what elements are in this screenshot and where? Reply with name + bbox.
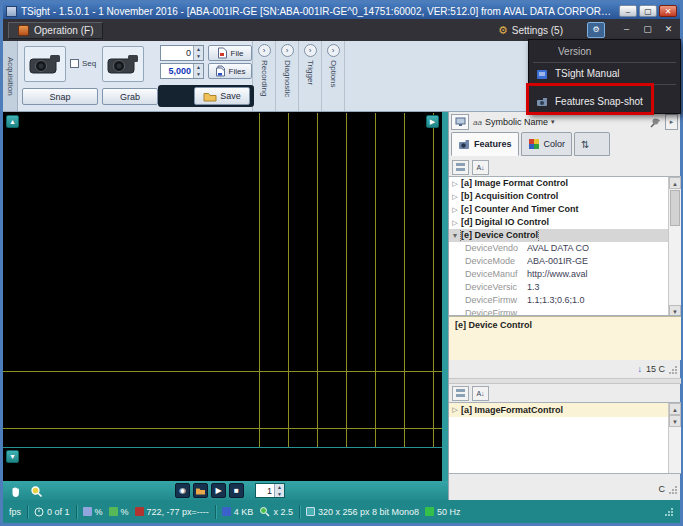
spin-up-icon[interactable]: ▲ [194, 46, 203, 53]
expand-icon[interactable]: › [281, 44, 294, 57]
tree-row[interactable]: ▷[a] ImageFormatControl [449, 403, 668, 417]
grab-button[interactable]: Grab [102, 88, 158, 105]
expand-icon[interactable]: › [327, 44, 340, 57]
child-minimize-button[interactable]: – [619, 23, 634, 37]
spin-down-icon[interactable]: ▼ [275, 491, 284, 498]
grid-line [346, 113, 347, 447]
group-diagnostic[interactable]: › Diagnostic [276, 41, 299, 111]
child-close-button[interactable]: ✕ [661, 23, 676, 37]
play-button[interactable]: ▶ [211, 483, 226, 498]
image-viewport [3, 112, 442, 481]
naming-mode-dropdown[interactable]: aa Symbolic Name ▾ [473, 117, 644, 127]
tab-features[interactable]: Features [451, 132, 519, 156]
property-row[interactable]: DeviceManufhttp://www.aval [449, 268, 668, 281]
menu-settings[interactable]: ⚙ Settings (5) [498, 25, 563, 36]
chevron-right-icon[interactable]: ▷ [449, 203, 461, 216]
panel-overflow-button[interactable]: ▸ [665, 114, 678, 130]
child-restore-button[interactable]: ▢ [640, 23, 655, 37]
grid-line [317, 113, 318, 447]
property-row[interactable]: DeviceVendoAVAL DATA CO [449, 242, 668, 255]
property-row[interactable]: DeviceFirmw [449, 307, 668, 316]
capture-button[interactable]: ◉ [175, 483, 190, 498]
categorized-view-button[interactable] [452, 160, 469, 175]
annotation-highlight-box [526, 83, 654, 115]
menu-item-version[interactable]: Version [529, 43, 680, 60]
frequency-icon [425, 507, 434, 516]
menu-item-tsight-manual[interactable]: TSight Manual [529, 65, 680, 82]
spin-up-icon[interactable]: ▲ [194, 64, 203, 71]
features-panel: aa Symbolic Name ▾ ▸ Features Color ⇅ [448, 112, 680, 500]
tree-row[interactable]: ▷[a] Image Format Control [449, 177, 668, 190]
spin-up-icon[interactable]: ▲ [275, 484, 284, 491]
tab-io[interactable]: ⇅ [574, 132, 610, 156]
chevron-right-icon[interactable]: ▷ [449, 177, 461, 190]
display-mode-button[interactable] [451, 114, 469, 130]
grid-line [288, 113, 289, 447]
scroll-up-icon[interactable]: ▲ [669, 403, 681, 415]
grid-line [433, 113, 434, 447]
group-trigger[interactable]: › Trigger [299, 41, 322, 111]
settings-menu-anchor-button[interactable]: ⚙ [587, 22, 605, 38]
stop-button[interactable]: ■ [229, 483, 244, 498]
save-button[interactable]: Save [194, 87, 250, 105]
chevron-right-icon[interactable]: ▷ [449, 403, 461, 417]
seq-checkbox[interactable]: Seq [70, 59, 96, 68]
property-row[interactable]: DeviceVersic1.3 [449, 281, 668, 294]
tab-acquisition[interactable]: Acquisition [3, 41, 18, 111]
files-button[interactable]: Files [208, 63, 252, 79]
close-button[interactable]: ✕ [659, 5, 677, 17]
tree-row[interactable]: ▷[c] Counter And Timer Cont [449, 203, 668, 216]
spin-down-icon[interactable]: ▼ [194, 71, 203, 78]
alphabetical-sort-button[interactable]: A↓ [472, 160, 489, 175]
diagnostic-label: Diagnostic [283, 60, 292, 97]
window-resize-grip[interactable] [663, 506, 674, 517]
property-row[interactable]: DeviceFirmw1.1;1.3;0.6;1.0 [449, 294, 668, 307]
resize-grip-icon[interactable] [669, 485, 678, 494]
tree-row[interactable]: ▷[d] Digital IO Control [449, 216, 668, 229]
resize-grip-icon[interactable] [669, 365, 678, 374]
pan-right-button[interactable]: ▶ [426, 115, 439, 128]
alphabetical-sort-button[interactable]: A↓ [472, 386, 489, 401]
operation-label: Operation (F) [34, 25, 93, 36]
grab-camera-button[interactable] [102, 46, 144, 82]
chevron-expanded-icon[interactable]: ▼ [449, 229, 461, 242]
chevron-down-icon: ▾ [551, 118, 555, 126]
group-recording[interactable]: › Recording [253, 41, 276, 111]
tree-row[interactable]: ▷[b] Acquisition Control [449, 190, 668, 203]
snap-button[interactable]: Snap [22, 88, 98, 105]
categorized-view-button[interactable] [452, 386, 469, 401]
chevron-right-icon[interactable]: ▷ [449, 190, 461, 203]
expand-icon[interactable]: › [258, 44, 271, 57]
interval-stepper[interactable]: 5,000 ▲▼ [160, 63, 204, 79]
tree-scrollbar[interactable]: ▲ ▼ [668, 177, 681, 316]
pan-up-button[interactable]: ▲ [6, 115, 19, 128]
tree-row-selected[interactable]: ▼[e] Device Control [449, 229, 668, 242]
tools-icon[interactable] [648, 116, 661, 129]
scroll-down-icon[interactable]: ▼ [669, 415, 681, 427]
file-button[interactable]: File [208, 45, 252, 61]
separator [27, 505, 28, 519]
scroll-thumb[interactable] [670, 190, 680, 226]
property-row[interactable]: DeviceModeABA-001IR-GE [449, 255, 668, 268]
maximize-button[interactable]: ▢ [639, 5, 657, 17]
chevron-right-icon[interactable]: ▷ [449, 216, 461, 229]
files-label: Files [229, 67, 246, 76]
minimize-button[interactable]: – [619, 5, 637, 17]
panel-status-bottom: C [449, 480, 681, 498]
title-bar: TSight - 1.5.0.1 - 1 November 2016 - [AB… [3, 3, 680, 19]
tree2-scrollbar[interactable]: ▲ ▼ [668, 403, 681, 474]
scroll-up-icon[interactable]: ▲ [669, 177, 681, 189]
expand-icon[interactable]: › [304, 44, 317, 57]
tab-color[interactable]: Color [521, 132, 573, 156]
spin-down-icon[interactable]: ▼ [194, 53, 203, 60]
operation-icon [18, 25, 29, 36]
scroll-down-icon[interactable]: ▼ [669, 305, 681, 316]
frame-spinner[interactable]: 1 ▲▼ [255, 483, 285, 498]
snap-camera-button[interactable] [24, 46, 66, 82]
menu-operation[interactable]: Operation (F) [8, 22, 103, 39]
pan-down-button[interactable]: ▼ [6, 450, 19, 463]
options-label: Options [329, 60, 338, 88]
frame-count-stepper[interactable]: 0 ▲▼ [160, 45, 204, 61]
group-options[interactable]: › Options [322, 41, 345, 111]
open-folder-button[interactable] [193, 483, 208, 498]
